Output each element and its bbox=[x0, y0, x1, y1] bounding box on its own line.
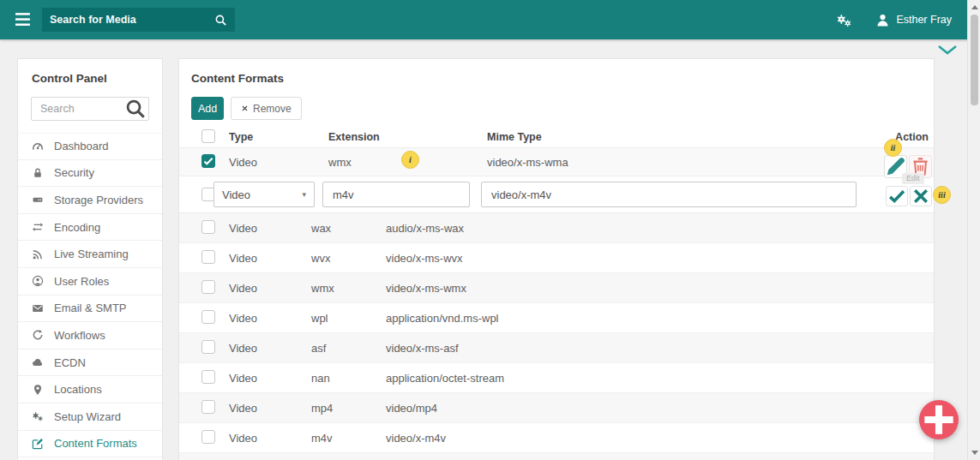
lock-icon bbox=[32, 167, 45, 179]
table-row: Videowplapplication/vnd.ms-wpl bbox=[179, 303, 934, 333]
row-mime: audio/x-ms-wax bbox=[377, 222, 934, 235]
row-extension: wvx bbox=[303, 252, 377, 265]
sidebar-item-security[interactable]: Security bbox=[18, 160, 162, 188]
row-extension: nan bbox=[303, 372, 377, 385]
annotation-badge-ii: ii bbox=[884, 139, 902, 157]
x-icon bbox=[911, 186, 931, 206]
row-checkbox[interactable] bbox=[201, 250, 215, 264]
sidebar-item-workflows[interactable]: Workflows bbox=[18, 322, 162, 349]
row-checkbox[interactable] bbox=[201, 430, 215, 444]
table-row: Videowaxaudio/x-ms-wax bbox=[179, 213, 934, 243]
sidebar-item-setup-wizard[interactable]: Setup Wizard bbox=[18, 403, 162, 431]
row-checkbox[interactable] bbox=[201, 310, 215, 324]
header-right: Esther Fray bbox=[836, 0, 952, 39]
plus-icon bbox=[919, 400, 959, 439]
sidebar-title: Control Panel bbox=[18, 59, 162, 96]
check-icon bbox=[202, 155, 214, 167]
add-fab-button[interactable] bbox=[919, 400, 959, 439]
column-extension: Extension bbox=[320, 131, 478, 143]
scroll-up-arrow[interactable] bbox=[971, 5, 978, 9]
scroll-down-arrow[interactable] bbox=[971, 451, 978, 455]
table-rows: Videowaxaudio/x-ms-waxVideowvxvideo/x-ms… bbox=[179, 213, 934, 460]
page-scrollbar[interactable] bbox=[967, 0, 980, 460]
row-mime: video/x-ms-asf bbox=[377, 342, 934, 355]
remove-button[interactable]: Remove bbox=[231, 97, 302, 120]
media-search-box[interactable] bbox=[42, 8, 235, 32]
row-extension: asf bbox=[303, 342, 377, 355]
edit-icon bbox=[32, 438, 45, 450]
remove-x-icon bbox=[241, 105, 249, 112]
sidebar-item-email-smtp[interactable]: Email & SMTP bbox=[18, 296, 162, 323]
table-row-selected: Video wmx video/x-ms-wma bbox=[179, 148, 934, 176]
confirm-button[interactable] bbox=[886, 186, 908, 206]
add-button[interactable]: Add bbox=[191, 97, 224, 120]
row-type: Video bbox=[220, 342, 303, 355]
row-mime: video/x-ms-wmx bbox=[377, 282, 934, 295]
remove-button-label: Remove bbox=[253, 103, 292, 115]
settings-cogs-icon[interactable] bbox=[836, 13, 852, 27]
row-checkbox[interactable] bbox=[201, 280, 215, 294]
row-mime: video/mp4 bbox=[377, 402, 934, 415]
table-row: Videom4vvideo/x-m4v bbox=[179, 423, 934, 453]
row-extension: m4v bbox=[303, 432, 377, 445]
column-mime: Mime Type bbox=[478, 131, 848, 143]
sidebar-item-label: Email & SMTP bbox=[54, 302, 127, 314]
menu-icon[interactable] bbox=[15, 13, 31, 27]
sidebar-item-storage-providers[interactable]: Storage Providers bbox=[18, 187, 162, 214]
row-checkbox[interactable] bbox=[201, 400, 215, 414]
row-type: Video bbox=[220, 372, 303, 385]
extension-input[interactable] bbox=[322, 182, 470, 207]
dashboard-icon bbox=[32, 140, 45, 152]
sidebar-search-box[interactable] bbox=[31, 97, 149, 121]
row-type: Video bbox=[220, 156, 320, 169]
sidebar-item-label: User Roles bbox=[54, 275, 109, 288]
row-type: Video bbox=[220, 402, 303, 415]
row-checkbox[interactable] bbox=[201, 220, 215, 234]
sidebar-item-user-roles[interactable]: User Roles bbox=[18, 268, 162, 296]
row-mime: application/octet-stream bbox=[377, 372, 934, 385]
row-checkbox[interactable] bbox=[201, 370, 215, 384]
sidebar-item-locations[interactable]: Locations bbox=[18, 376, 162, 403]
user-avatar-icon[interactable] bbox=[875, 13, 890, 27]
cancel-button[interactable] bbox=[910, 186, 932, 206]
select-all-checkbox[interactable] bbox=[201, 129, 215, 143]
user-circle-icon bbox=[32, 275, 45, 287]
table-row: Videowmxvideo/x-ms-wmx bbox=[179, 273, 934, 303]
cogs-icon bbox=[32, 410, 45, 422]
broadcast-icon bbox=[32, 248, 45, 260]
chevron-down-icon[interactable] bbox=[937, 44, 958, 55]
sidebar-item-label: Setup Wizard bbox=[54, 410, 121, 423]
app-window: Esther Fray Control Panel DashboardSecur… bbox=[0, 0, 980, 460]
table-row: Videoasfvideo/x-ms-asf bbox=[179, 333, 934, 363]
hdd-icon bbox=[32, 194, 45, 206]
sidebar-search-input[interactable] bbox=[32, 103, 123, 115]
table-row-editing: Video ▾ bbox=[179, 176, 934, 213]
row-checkbox-checked[interactable] bbox=[201, 154, 215, 168]
user-name[interactable]: Esther Fray bbox=[896, 14, 952, 26]
sidebar-item-label: Dashboard bbox=[54, 140, 109, 152]
content-panel: Content Formats Add Remove Type Extensio… bbox=[178, 58, 935, 460]
sidebar-item-ecdn[interactable]: ECDN bbox=[18, 349, 162, 377]
row-checkbox[interactable] bbox=[201, 340, 215, 354]
sidebar-item-encoding[interactable]: Encoding bbox=[18, 214, 162, 242]
search-icon[interactable] bbox=[214, 14, 227, 27]
row-type: Video bbox=[220, 282, 303, 295]
map-marker-icon bbox=[32, 384, 45, 396]
row-extension: wmx bbox=[320, 156, 478, 169]
scrollbar-thumb[interactable] bbox=[971, 15, 978, 105]
row-type: Video bbox=[220, 312, 303, 325]
sidebar-item-label: Encoding bbox=[54, 221, 100, 234]
row-mime: video/x-ms-wma bbox=[478, 156, 848, 169]
table-row: Videowvxvideo/x-ms-wvx bbox=[179, 243, 934, 273]
media-search-input[interactable] bbox=[50, 14, 214, 26]
sidebar-item-content-formats[interactable]: Content Formats bbox=[18, 431, 162, 458]
row-mime: video/x-m4v bbox=[377, 432, 934, 445]
row-extension: wax bbox=[303, 222, 377, 235]
type-select[interactable]: Video ▾ bbox=[213, 182, 315, 207]
mime-input[interactable] bbox=[481, 182, 857, 207]
sidebar-item-live-streaming[interactable]: Live Streaming bbox=[18, 241, 162, 268]
sidebar-search-icon[interactable] bbox=[123, 98, 148, 120]
sidebar-item-dashboard[interactable]: Dashboard bbox=[18, 133, 162, 160]
sidebar-item-label: Locations bbox=[54, 383, 102, 396]
table-row: Documentpdfapplication/pdf bbox=[179, 453, 934, 460]
